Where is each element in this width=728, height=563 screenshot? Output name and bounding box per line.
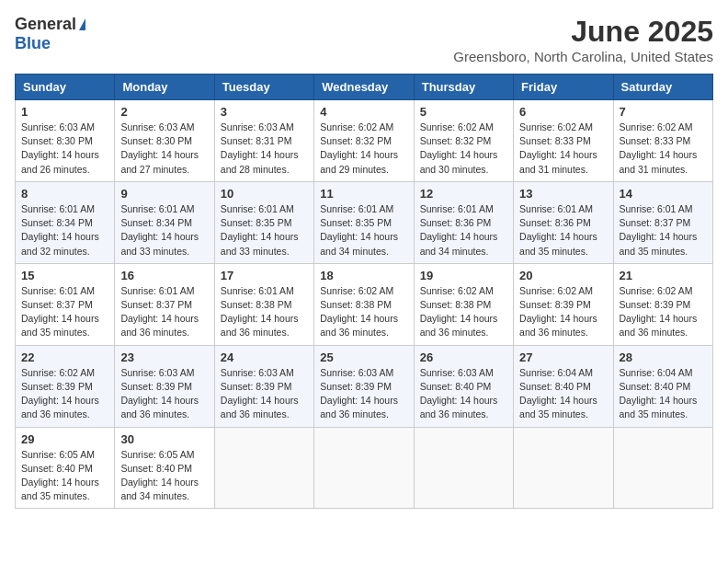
- calendar-table: SundayMondayTuesdayWednesdayThursdayFrid…: [15, 74, 713, 509]
- calendar-cell: 24Sunrise: 6:03 AMSunset: 8:39 PMDayligh…: [214, 345, 313, 427]
- day-number: 2: [120, 105, 208, 119]
- calendar-cell: 1Sunrise: 6:03 AMSunset: 8:30 PMDaylight…: [16, 100, 115, 182]
- day-number: 24: [221, 350, 308, 364]
- day-info: Sunrise: 6:03 AMSunset: 8:40 PMDaylight:…: [420, 366, 507, 422]
- day-number: 21: [620, 269, 707, 282]
- day-header-monday: Monday: [115, 75, 214, 100]
- day-number: 27: [519, 350, 607, 364]
- calendar-cell: 9Sunrise: 6:01 AMSunset: 8:34 PMDaylight…: [115, 181, 214, 263]
- calendar-cell: 23Sunrise: 6:03 AMSunset: 8:39 PMDayligh…: [115, 345, 214, 427]
- calendar-cell: 21Sunrise: 6:02 AMSunset: 8:39 PMDayligh…: [613, 263, 712, 345]
- day-number: 3: [221, 105, 308, 119]
- calendar-cell: 17Sunrise: 6:01 AMSunset: 8:38 PMDayligh…: [214, 263, 313, 345]
- calendar-cell: 20Sunrise: 6:02 AMSunset: 8:39 PMDayligh…: [514, 263, 613, 345]
- day-number: 19: [420, 269, 507, 282]
- day-info: Sunrise: 6:01 AMSunset: 8:37 PMDaylight:…: [620, 202, 707, 259]
- day-number: 28: [620, 350, 707, 364]
- calendar-cell: 15Sunrise: 6:01 AMSunset: 8:37 PMDayligh…: [16, 263, 115, 345]
- calendar-cell: [514, 427, 613, 509]
- logo-blue: Blue: [15, 34, 51, 53]
- calendar-cell: 29Sunrise: 6:05 AMSunset: 8:40 PMDayligh…: [16, 427, 115, 509]
- day-info: Sunrise: 6:04 AMSunset: 8:40 PMDaylight:…: [519, 366, 607, 422]
- day-number: 10: [221, 187, 308, 201]
- day-header-friday: Friday: [514, 75, 613, 100]
- calendar-week-1: 1Sunrise: 6:03 AMSunset: 8:30 PMDaylight…: [16, 100, 713, 182]
- calendar-cell: 7Sunrise: 6:02 AMSunset: 8:33 PMDaylight…: [613, 100, 712, 182]
- day-number: 22: [21, 350, 108, 364]
- calendar-cell: 10Sunrise: 6:01 AMSunset: 8:35 PMDayligh…: [214, 181, 313, 263]
- day-info: Sunrise: 6:02 AMSunset: 8:39 PMDaylight:…: [620, 284, 707, 340]
- day-header-saturday: Saturday: [613, 75, 712, 100]
- day-number: 7: [620, 105, 707, 119]
- day-number: 8: [21, 187, 108, 201]
- logo-general: General: [15, 15, 85, 34]
- day-number: 6: [519, 105, 607, 119]
- calendar-cell: [414, 427, 513, 509]
- page-header: General Blue June 2025 Greensboro, North…: [15, 15, 713, 64]
- day-info: Sunrise: 6:02 AMSunset: 8:32 PMDaylight:…: [420, 121, 507, 177]
- day-info: Sunrise: 6:02 AMSunset: 8:33 PMDaylight:…: [620, 121, 707, 177]
- day-info: Sunrise: 6:01 AMSunset: 8:38 PMDaylight:…: [221, 284, 308, 340]
- day-info: Sunrise: 6:02 AMSunset: 8:38 PMDaylight:…: [420, 284, 507, 340]
- calendar-cell: 13Sunrise: 6:01 AMSunset: 8:36 PMDayligh…: [514, 181, 613, 263]
- calendar-cell: 26Sunrise: 6:03 AMSunset: 8:40 PMDayligh…: [414, 345, 513, 427]
- day-info: Sunrise: 6:05 AMSunset: 8:40 PMDaylight:…: [21, 448, 108, 504]
- day-info: Sunrise: 6:03 AMSunset: 8:39 PMDaylight:…: [221, 366, 308, 422]
- calendar-cell: 28Sunrise: 6:04 AMSunset: 8:40 PMDayligh…: [613, 345, 712, 427]
- calendar-cell: 18Sunrise: 6:02 AMSunset: 8:38 PMDayligh…: [314, 263, 414, 345]
- calendar-cell: 19Sunrise: 6:02 AMSunset: 8:38 PMDayligh…: [414, 263, 513, 345]
- day-number: 9: [120, 187, 208, 201]
- calendar-cell: [214, 427, 313, 509]
- month-title: June 2025: [453, 15, 713, 49]
- day-info: Sunrise: 6:01 AMSunset: 8:35 PMDaylight:…: [320, 202, 407, 259]
- calendar-cell: 16Sunrise: 6:01 AMSunset: 8:37 PMDayligh…: [115, 263, 214, 345]
- day-number: 14: [620, 187, 707, 201]
- day-number: 30: [120, 432, 208, 446]
- day-info: Sunrise: 6:03 AMSunset: 8:31 PMDaylight:…: [221, 121, 308, 177]
- calendar-week-3: 15Sunrise: 6:01 AMSunset: 8:37 PMDayligh…: [16, 263, 713, 345]
- day-info: Sunrise: 6:04 AMSunset: 8:40 PMDaylight:…: [620, 366, 707, 422]
- day-number: 18: [320, 269, 407, 282]
- calendar-cell: [613, 427, 712, 509]
- day-info: Sunrise: 6:02 AMSunset: 8:38 PMDaylight:…: [320, 284, 407, 340]
- day-number: 20: [519, 269, 607, 282]
- logo: General Blue: [15, 15, 85, 53]
- calendar-cell: 6Sunrise: 6:02 AMSunset: 8:33 PMDaylight…: [514, 100, 613, 182]
- day-info: Sunrise: 6:03 AMSunset: 8:30 PMDaylight:…: [21, 121, 108, 177]
- calendar-cell: 14Sunrise: 6:01 AMSunset: 8:37 PMDayligh…: [613, 181, 712, 263]
- calendar-cell: 8Sunrise: 6:01 AMSunset: 8:34 PMDaylight…: [16, 181, 115, 263]
- day-info: Sunrise: 6:01 AMSunset: 8:36 PMDaylight:…: [519, 202, 607, 259]
- calendar-cell: 5Sunrise: 6:02 AMSunset: 8:32 PMDaylight…: [414, 100, 513, 182]
- location: Greensboro, North Carolina, United State…: [453, 49, 713, 64]
- day-number: 1: [21, 105, 108, 119]
- day-info: Sunrise: 6:03 AMSunset: 8:39 PMDaylight:…: [120, 366, 208, 422]
- day-number: 15: [21, 269, 108, 282]
- day-info: Sunrise: 6:02 AMSunset: 8:33 PMDaylight:…: [519, 121, 607, 177]
- day-info: Sunrise: 6:01 AMSunset: 8:37 PMDaylight:…: [21, 284, 108, 340]
- day-number: 25: [320, 350, 407, 364]
- calendar-cell: 30Sunrise: 6:05 AMSunset: 8:40 PMDayligh…: [115, 427, 214, 509]
- day-number: 11: [320, 187, 407, 201]
- day-info: Sunrise: 6:01 AMSunset: 8:37 PMDaylight:…: [120, 284, 208, 340]
- day-info: Sunrise: 6:02 AMSunset: 8:39 PMDaylight:…: [519, 284, 607, 340]
- day-number: 13: [519, 187, 607, 201]
- calendar-cell: 11Sunrise: 6:01 AMSunset: 8:35 PMDayligh…: [314, 181, 414, 263]
- calendar-cell: 12Sunrise: 6:01 AMSunset: 8:36 PMDayligh…: [414, 181, 513, 263]
- day-header-sunday: Sunday: [16, 75, 115, 100]
- day-number: 29: [21, 432, 108, 446]
- calendar-cell: 2Sunrise: 6:03 AMSunset: 8:30 PMDaylight…: [115, 100, 214, 182]
- day-info: Sunrise: 6:03 AMSunset: 8:39 PMDaylight:…: [320, 366, 407, 422]
- day-header-wednesday: Wednesday: [314, 75, 414, 100]
- day-header-thursday: Thursday: [414, 75, 513, 100]
- day-info: Sunrise: 6:01 AMSunset: 8:35 PMDaylight:…: [221, 202, 308, 259]
- day-number: 12: [420, 187, 507, 201]
- calendar-cell: 25Sunrise: 6:03 AMSunset: 8:39 PMDayligh…: [314, 345, 414, 427]
- calendar-header-row: SundayMondayTuesdayWednesdayThursdayFrid…: [16, 75, 713, 100]
- day-info: Sunrise: 6:02 AMSunset: 8:39 PMDaylight:…: [21, 366, 108, 422]
- day-info: Sunrise: 6:05 AMSunset: 8:40 PMDaylight:…: [120, 448, 208, 504]
- calendar-week-4: 22Sunrise: 6:02 AMSunset: 8:39 PMDayligh…: [16, 345, 713, 427]
- day-info: Sunrise: 6:02 AMSunset: 8:32 PMDaylight:…: [320, 121, 407, 177]
- day-number: 23: [120, 350, 208, 364]
- calendar-cell: 3Sunrise: 6:03 AMSunset: 8:31 PMDaylight…: [214, 100, 313, 182]
- day-info: Sunrise: 6:01 AMSunset: 8:34 PMDaylight:…: [21, 202, 108, 259]
